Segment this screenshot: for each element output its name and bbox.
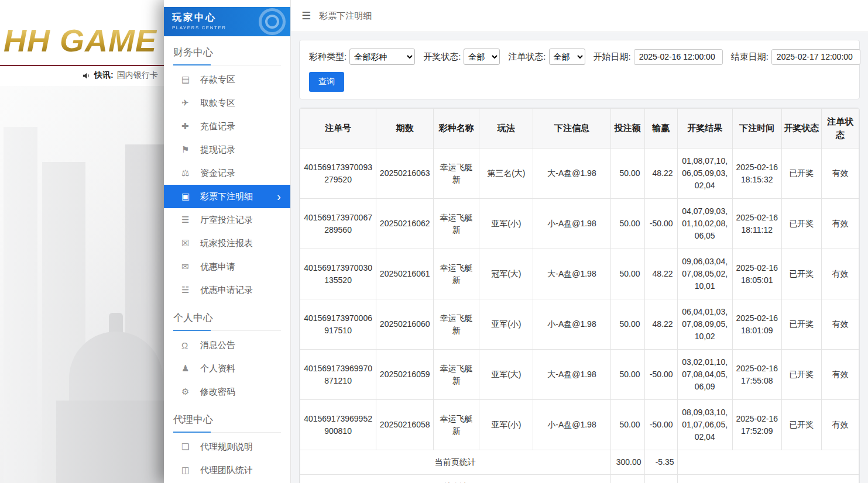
sidebar-item-label: 提现记录 [200, 144, 235, 156]
cell-order_status: 有效 [821, 350, 859, 400]
cell-order_no: 401569173969952900810 [300, 400, 376, 450]
cell-bet_time: 2025-02-16 18:15:32 [732, 149, 781, 199]
cell-bet_time: 2025-02-16 18:01:09 [732, 299, 781, 350]
search-button[interactable]: 查询 [309, 72, 344, 92]
bets-table-card: 注单号期数彩种名称玩法下注信息投注额输赢开奖结果下注时间开奖状态注单状态 401… [299, 108, 860, 483]
cell-period: 20250216062 [376, 199, 434, 249]
cell-period: 20250216058 [376, 400, 434, 450]
table-row: 40156917397009327952020250216063幸运飞艇新第三名… [300, 149, 859, 199]
ticker-text: 国内银行卡 [117, 70, 158, 81]
withdraw-zone-icon: ✈ [181, 98, 200, 108]
column-header: 开奖结果 [677, 109, 732, 149]
sidebar-item-agent-team-stats[interactable]: ◫代理团队统计 [164, 458, 290, 482]
sidebar-item-withdrawal-records[interactable]: ⚑提现记录 [164, 138, 290, 161]
lottery-type-select[interactable]: 全部彩种 [349, 49, 415, 65]
cell-result: 08,09,03,10,01,07,06,05,02,04 [677, 400, 732, 450]
sidebar-item-withdraw-zone[interactable]: ✈取款专区 [164, 91, 290, 115]
cell-period: 20250216059 [376, 350, 434, 400]
player-bet-report-icon: ☒ [181, 238, 200, 249]
summary-win-loss: -5.35 [644, 475, 677, 483]
end-date-input[interactable] [771, 49, 860, 65]
order-status-group: 注单状态: 全部 [508, 49, 585, 65]
cell-result: 06,04,01,03,07,08,09,05,10,02 [677, 299, 732, 350]
draw-status-select[interactable]: 全部 [464, 49, 500, 65]
column-header: 注单状态 [821, 109, 859, 149]
sidebar-item-change-password[interactable]: ⚙修改密码 [164, 380, 290, 403]
sidebar-item-label: 优惠申请记录 [200, 285, 253, 296]
speaker-icon [82, 71, 91, 80]
cell-lottery: 幸运飞艇新 [434, 249, 479, 299]
sidebar-item-announcements[interactable]: Ω消息公告 [164, 333, 290, 357]
cell-order_no: 401569173970006917510 [300, 299, 376, 350]
sidebar-item-promo-apply-records[interactable]: ☱优惠申请记录 [164, 278, 290, 302]
summary-label: 当前页统计 [300, 450, 611, 475]
column-header: 下注信息 [533, 109, 610, 149]
sidebar: 玩家中心 PLAYERS CENTER 财务中心▤存款专区✈取款专区✚充值记录⚑… [164, 0, 291, 483]
cell-result: 09,06,03,04,07,08,05,02,10,01 [677, 249, 732, 299]
sidebar-section-title: 代理中心 [173, 413, 281, 433]
sidebar-section-title: 财务中心 [173, 46, 281, 65]
cell-bet_info: 小-A盘@1.98 [533, 400, 610, 450]
cell-order_no: 401569173970067289560 [300, 199, 376, 249]
sidebar-item-label: 个人资料 [200, 363, 235, 374]
cell-order_status: 有效 [821, 400, 859, 450]
cell-win_loss: 48.22 [644, 249, 677, 299]
cell-win_loss: 48.22 [644, 299, 677, 350]
column-header: 彩种名称 [434, 109, 479, 149]
cell-draw_status: 已开奖 [781, 199, 821, 249]
sidebar-item-label: 修改密码 [200, 387, 235, 398]
table-row: 40156917396995290081020250216058幸运飞艇新亚军(… [300, 400, 859, 450]
cell-amount: 50.00 [610, 299, 644, 350]
sidebar-item-label: 充值记录 [200, 121, 235, 132]
column-header: 投注额 [610, 109, 644, 149]
cell-draw_status: 已开奖 [781, 299, 821, 350]
cell-bet_info: 小-A盘@1.98 [533, 199, 610, 249]
menu-toggle-icon[interactable]: ☰ [301, 9, 311, 22]
sidebar-item-recharge-records[interactable]: ✚充值记录 [164, 115, 290, 138]
cell-win_loss: -50.00 [644, 199, 677, 249]
filter-row: 彩种类型: 全部彩种 开奖状态: 全部 注单状态: [309, 49, 850, 65]
agent-team-stats-icon: ◫ [181, 465, 200, 475]
sidebar-item-profile[interactable]: ♟个人资料 [164, 357, 290, 380]
sidebar-item-funds-records[interactable]: ⚖资金记录 [164, 161, 290, 185]
lottery-type-group: 彩种类型: 全部彩种 [309, 49, 415, 65]
cell-order_status: 有效 [821, 149, 859, 199]
funds-records-icon: ⚖ [181, 168, 200, 178]
lottery-type-label: 彩种类型: [309, 51, 346, 63]
summary-empty [677, 450, 859, 475]
sidebar-item-agent-rules[interactable]: ❏代理规则说明 [164, 435, 290, 458]
cell-order_no: 401569173970030135520 [300, 249, 376, 299]
cell-bet_time: 2025-02-16 18:05:01 [732, 249, 781, 299]
cell-lottery: 幸运飞艇新 [434, 400, 479, 450]
sidebar-item-label: 优惠申请 [200, 261, 235, 272]
page-title: 彩票下注明细 [319, 11, 372, 22]
profile-icon: ♟ [181, 363, 200, 374]
sidebar-item-player-bet-report[interactable]: ☒玩家投注报表 [164, 232, 290, 255]
start-date-group: 开始日期: [593, 49, 723, 65]
filter-panel: 彩种类型: 全部彩种 开奖状态: 全部 注单状态: [299, 40, 860, 99]
sidebar-item-lottery-bet-details[interactable]: ▣彩票下注明细› [164, 185, 290, 208]
site-logo: HH GAME [4, 22, 157, 58]
cell-period: 20250216060 [376, 299, 434, 350]
cell-amount: 50.00 [610, 149, 644, 199]
sidebar-item-promo-apply[interactable]: ✉优惠申请 [164, 255, 290, 278]
column-header: 下注时间 [732, 109, 781, 149]
promo-apply-records-icon: ☱ [181, 285, 200, 295]
player-center-panel: 玩家中心 PLAYERS CENTER 财务中心▤存款专区✈取款专区✚充值记录⚑… [164, 0, 868, 483]
sidebar-item-deposit-zone[interactable]: ▤存款专区 [164, 68, 290, 91]
deposit-zone-icon: ▤ [181, 74, 200, 85]
start-date-input[interactable] [634, 49, 723, 65]
cell-bet_info: 小-A盘@1.98 [533, 299, 610, 350]
summary-win-loss: -5.35 [644, 450, 677, 475]
order-status-select[interactable]: 全部 [549, 49, 585, 65]
sidebar-item-label: 玩家投注报表 [200, 238, 253, 249]
cell-order_no: 401569173969970871210 [300, 350, 376, 400]
cell-bet_time: 2025-02-16 17:52:09 [732, 400, 781, 450]
sidebar-item-label: 代理团队统计 [200, 465, 253, 476]
cell-amount: 50.00 [610, 350, 644, 400]
filter-actions: 查询 [309, 72, 850, 92]
table-row: 40156917397000691751020250216060幸运飞艇新亚军(… [300, 299, 859, 350]
sidebar-item-hall-bet-records[interactable]: ☰厅室投注记录 [164, 208, 290, 232]
cell-draw_status: 已开奖 [781, 249, 821, 299]
cell-result: 03,02,01,10,07,08,04,05,06,09 [677, 350, 732, 400]
